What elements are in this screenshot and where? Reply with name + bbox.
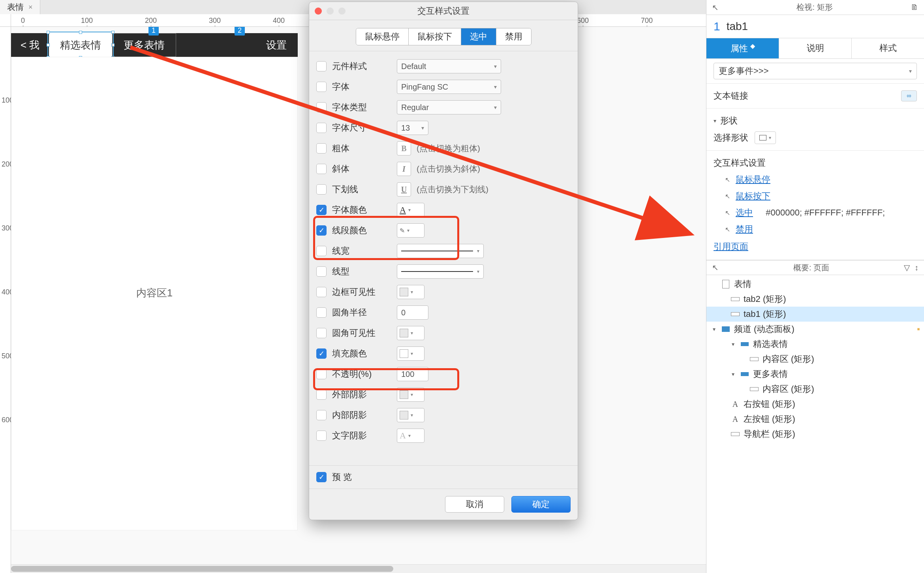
inner-shadow-combo[interactable]: ▾ [397,408,424,422]
collapse-icon[interactable]: ↖ [712,3,719,12]
outline-lbtn[interactable]: A左按钮 (矩形) [706,412,924,427]
checkbox-line-width[interactable] [316,246,327,256]
tab-notes[interactable]: 说明 [779,38,852,58]
ruler-vertical: 100 200 300 400 500 600 [0,27,11,573]
fill-color-picker[interactable]: ▾ [397,346,424,361]
traffic-lights[interactable] [315,7,346,15]
checkbox-text-shadow[interactable] [316,431,327,441]
checkbox-outer-shadow[interactable] [316,389,327,400]
line-color-picker[interactable]: ✎▾ [397,223,424,238]
inspector-header: ↖ 检视: 矩形 🗎 [706,0,924,15]
outline-tree[interactable]: 表情 tab2 (矩形) tab1 (矩形) ▾频道 (动态面板)▪ ▾精选表情… [706,275,924,573]
checkbox-line-style[interactable] [316,266,327,277]
corner-radius-input[interactable] [397,305,428,320]
tab-featured-selected[interactable]: 精选表情 [49,33,112,57]
checkbox-border-vis[interactable] [316,287,327,297]
back-button[interactable]: < 我 [11,38,49,52]
ok-button[interactable]: 确定 [511,496,571,513]
navbar-widget[interactable]: < 我 精选表情 更多表情 设置 [11,33,298,57]
cursor-icon: ↖ [723,192,732,200]
cursor-icon: ↖ [723,225,732,234]
underline-icon[interactable]: U [397,182,411,197]
sort-icon[interactable]: ↕ [915,263,918,272]
scrollbar-horizontal[interactable] [11,564,706,573]
more-events-combo[interactable]: 更多事件>>>▾ [714,63,917,79]
checkbox-fill-color[interactable] [316,348,327,359]
outline-page[interactable]: 表情 [706,277,924,292]
tab-properties[interactable]: 属性◆ [706,38,779,58]
font-color-picker[interactable]: A▾ [397,203,424,217]
ix-selected[interactable]: ↖选中 #000000; #FFFFFF; #FFFFFF; [723,204,917,221]
row-fill-color: 填充颜色 ▾ [316,343,571,364]
outline-content1[interactable]: 内容区 (矩形) [706,352,924,367]
row-font: 字体 PingFang SC▾ [316,77,571,97]
combo-font[interactable]: PingFang SC▾ [397,80,501,94]
tab-disabled[interactable]: 禁用 [496,28,531,45]
bold-icon[interactable]: B [397,141,411,155]
combo-font-size[interactable]: 13▾ [397,121,428,135]
line-style-combo[interactable]: ▾ [397,264,484,279]
shape-section-toggle[interactable]: ▾形状 [714,112,917,129]
tab-style[interactable]: 样式 [852,38,924,58]
checkbox-italic[interactable] [316,164,327,174]
document-tab[interactable]: 表情 × [0,0,40,14]
checkbox-font-size[interactable] [316,123,327,133]
combo-widget-style[interactable]: Default▾ [397,59,501,73]
widget-name[interactable]: tab1 [727,20,748,33]
settings-button[interactable]: 设置 [255,38,298,52]
checkbox-preview[interactable] [316,472,327,482]
checkbox-bold[interactable] [316,143,327,154]
checkbox-opacity[interactable] [316,369,327,379]
cursor-icon: ↖ [723,175,732,184]
outer-shadow-combo[interactable]: ▾ [397,388,424,402]
corner-vis-combo[interactable]: ▾ [397,326,424,340]
border-vis-combo[interactable]: ▾ [397,285,424,299]
checkbox-underline[interactable] [316,184,327,195]
italic-icon[interactable]: I [397,162,411,176]
checkbox-widget-style[interactable] [316,61,327,71]
opacity-input[interactable] [397,367,428,381]
outline-rbtn[interactable]: A右按钮 (矩形) [706,397,924,412]
ix-mousedown[interactable]: ↖鼠标按下 [723,188,917,204]
outline-tab2[interactable]: tab2 (矩形) [706,292,924,307]
content-area-widget[interactable]: 内容区1 [11,57,298,530]
ix-hover[interactable]: ↖鼠标悬停 [723,171,917,188]
footnote-icon: ▪ [917,324,920,334]
checkbox-corner-radius[interactable] [316,307,327,318]
outline-nav[interactable]: 导航栏 (矩形) [706,427,924,442]
outline-state2[interactable]: ▾更多表情 [706,367,924,382]
checkbox-font-type[interactable] [316,102,327,112]
checkbox-line-color[interactable] [316,225,327,236]
link-icon[interactable]: ∞ [901,90,917,101]
tab-mousedown[interactable]: 鼠标按下 [409,28,461,45]
dialog-titlebar[interactable]: 交互样式设置 [309,2,578,20]
line-width-combo[interactable]: ▾ [397,244,484,258]
tab-selected[interactable]: 选中 [461,28,496,45]
outline-tab1[interactable]: tab1 (矩形) [706,307,924,322]
cancel-button[interactable]: 取消 [445,496,504,513]
notes-icon[interactable]: 🗎 [911,3,918,12]
scrollbar-thumb[interactable] [11,566,393,572]
combo-font-type[interactable]: Regular▾ [397,100,501,114]
reference-page-link[interactable]: 引用页面 [714,238,748,256]
footnote-badge-1[interactable]: 1 [148,27,159,36]
footnote-badge-2[interactable]: 2 [235,27,245,36]
checkbox-font-color[interactable] [316,205,327,215]
document-tab-label: 表情 [7,2,24,13]
collapse-icon[interactable]: ↖ [712,263,719,272]
ix-disabled[interactable]: ↖禁用 [723,221,917,238]
outline-content2[interactable]: 内容区 (矩形) [706,382,924,397]
shape-picker[interactable]: ▾ [755,131,776,144]
checkbox-font[interactable] [316,82,327,92]
outline-state1[interactable]: ▾精选表情 [706,337,924,352]
filter-icon[interactable]: ▽ [904,263,910,272]
text-shadow-combo[interactable]: A▾ [397,429,424,443]
row-line-style: 线型 ▾ [316,261,571,282]
footnote-index[interactable]: 1 [714,20,720,33]
checkbox-corner-vis[interactable] [316,328,327,338]
outline-panel[interactable]: ▾频道 (动态面板)▪ [706,322,924,337]
close-icon[interactable]: × [28,3,33,11]
tab-hover[interactable]: 鼠标悬停 [356,28,409,45]
tab-more[interactable]: 更多表情 [112,33,176,57]
checkbox-inner-shadow[interactable] [316,410,327,420]
